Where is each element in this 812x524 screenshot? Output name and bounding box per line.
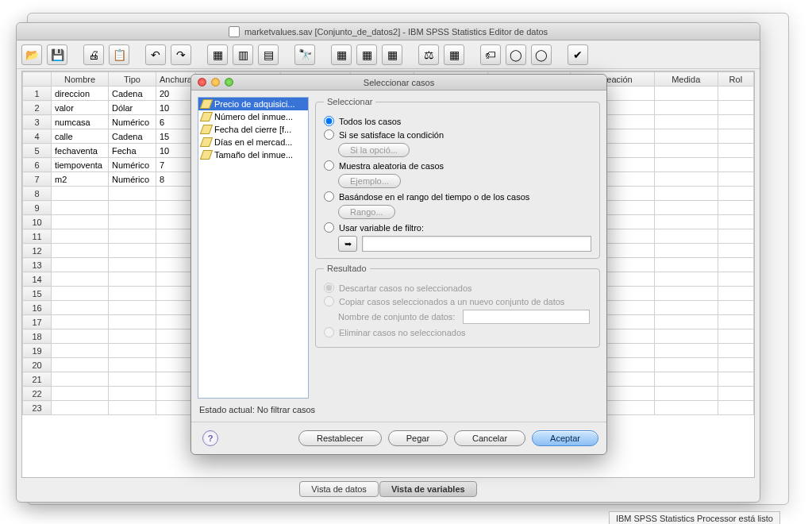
close-icon[interactable] bbox=[198, 78, 206, 87]
select-cases-button[interactable]: ▦ bbox=[444, 44, 464, 65]
row-header[interactable]: 6 bbox=[23, 158, 52, 172]
radio-if-condition[interactable] bbox=[324, 129, 334, 140]
cell-width[interactable]: 8 bbox=[156, 172, 196, 187]
radio-range[interactable] bbox=[324, 191, 334, 202]
cell-width[interactable]: 20 bbox=[156, 87, 196, 101]
cell-name[interactable]: numcasa bbox=[52, 115, 109, 129]
zoom-icon[interactable] bbox=[225, 78, 233, 87]
ok-button[interactable]: Aceptar bbox=[532, 430, 598, 446]
range-button[interactable]: Rango... bbox=[338, 205, 395, 219]
cell-name[interactable]: fechaventa bbox=[52, 144, 109, 158]
cell-type[interactable]: Numérico bbox=[109, 158, 156, 172]
redo-button[interactable]: ↷ bbox=[171, 44, 191, 65]
tab-data-view[interactable]: Vista de datos bbox=[299, 481, 379, 497]
cell-type[interactable]: Cadena bbox=[109, 129, 156, 144]
paste-button[interactable]: Pegar bbox=[388, 430, 448, 446]
col-rol[interactable]: Rol bbox=[718, 72, 753, 87]
ruler-icon bbox=[200, 99, 213, 109]
row-header[interactable]: 21 bbox=[23, 372, 52, 387]
variable-list-item[interactable]: Tamaño del inmue... bbox=[198, 148, 308, 161]
row-header[interactable]: 13 bbox=[23, 258, 52, 272]
variable-list-item[interactable]: Días en el mercad... bbox=[198, 136, 308, 148]
cell-width[interactable]: 6 bbox=[156, 115, 196, 129]
print-button[interactable]: 🖨 bbox=[83, 44, 104, 65]
use-sets-button[interactable]: ◯ bbox=[506, 44, 526, 65]
save-button[interactable]: 💾 bbox=[47, 44, 67, 65]
row-header[interactable]: 3 bbox=[23, 115, 52, 129]
cancel-button[interactable]: Cancelar bbox=[454, 430, 525, 446]
goto-case-button[interactable]: ▦ bbox=[207, 44, 228, 65]
dataset-name-input[interactable] bbox=[463, 310, 590, 324]
undo-button[interactable]: ↶ bbox=[145, 44, 166, 65]
row-header[interactable]: 11 bbox=[23, 229, 52, 244]
insert-case-button[interactable]: ▦ bbox=[331, 44, 352, 65]
variable-list[interactable]: Precio de adquisici...Número del inmue..… bbox=[198, 97, 309, 399]
radio-filter-variable[interactable] bbox=[324, 222, 334, 233]
row-header[interactable]: 9 bbox=[23, 201, 52, 215]
row-header[interactable]: 4 bbox=[23, 129, 52, 144]
value-labels-button[interactable]: 🏷 bbox=[480, 44, 501, 65]
move-variable-button[interactable]: ➥ bbox=[338, 236, 357, 252]
row-header[interactable]: 22 bbox=[23, 387, 52, 401]
recall-button[interactable]: 📋 bbox=[109, 44, 129, 65]
cell-width[interactable]: 10 bbox=[156, 101, 196, 115]
variable-list-item[interactable]: Fecha del cierre [f... bbox=[198, 123, 308, 136]
row-header[interactable]: 23 bbox=[23, 401, 52, 415]
minimize-icon[interactable] bbox=[211, 78, 220, 87]
cell-type[interactable]: Cadena bbox=[109, 87, 156, 101]
filter-variable-input[interactable] bbox=[362, 236, 591, 252]
cell-type[interactable]: Numérico bbox=[109, 115, 156, 129]
row-header[interactable]: 5 bbox=[23, 144, 52, 158]
show-all-button[interactable]: ◯ bbox=[531, 44, 552, 65]
window-title: marketvalues.sav [Conjunto_de_datos2] - … bbox=[244, 27, 548, 37]
row-header[interactable]: 14 bbox=[23, 272, 52, 287]
insert-var-button[interactable]: ▦ bbox=[356, 44, 377, 65]
cell-width[interactable]: 7 bbox=[156, 158, 196, 172]
goto-var-button[interactable]: ▥ bbox=[233, 44, 253, 65]
cell-type[interactable]: Numérico bbox=[109, 172, 156, 187]
tab-variable-view[interactable]: Vista de variables bbox=[379, 481, 477, 497]
cell-name[interactable]: direccion bbox=[52, 87, 109, 101]
row-header[interactable]: 2 bbox=[23, 101, 52, 115]
find-button[interactable]: 🔭 bbox=[294, 44, 315, 65]
weight-button[interactable]: ⚖ bbox=[418, 44, 439, 65]
col-anchura[interactable]: Anchura bbox=[156, 72, 196, 87]
radio-random-sample[interactable] bbox=[324, 160, 334, 171]
cell-type[interactable]: Fecha bbox=[109, 144, 156, 158]
variables-button[interactable]: ▤ bbox=[258, 44, 279, 65]
open-button[interactable]: 📂 bbox=[21, 44, 42, 65]
sample-button[interactable]: Ejemplo... bbox=[338, 174, 401, 188]
recall-icon: 📋 bbox=[113, 48, 126, 61]
insert-var-icon: ▦ bbox=[362, 48, 372, 61]
row-header[interactable]: 19 bbox=[23, 344, 52, 358]
if-button[interactable]: Si la opció... bbox=[338, 143, 410, 157]
row-header[interactable]: 16 bbox=[23, 301, 52, 315]
variable-list-item[interactable]: Precio de adquisici... bbox=[198, 98, 308, 110]
row-header[interactable]: 7 bbox=[23, 172, 52, 187]
spellcheck-button[interactable]: ✔ bbox=[568, 44, 588, 65]
cell-name[interactable]: valor bbox=[52, 101, 109, 115]
row-header[interactable]: 15 bbox=[23, 287, 52, 301]
cell-type[interactable]: Dólar bbox=[109, 101, 156, 115]
reset-button[interactable]: Restablecer bbox=[298, 430, 382, 446]
col-nombre[interactable]: Nombre bbox=[52, 72, 109, 87]
cell-width[interactable]: 10 bbox=[156, 144, 196, 158]
row-header[interactable]: 10 bbox=[23, 215, 52, 229]
split-button[interactable]: ▦ bbox=[382, 44, 402, 65]
cell-name[interactable]: calle bbox=[52, 129, 109, 144]
variable-list-item[interactable]: Número del inmue... bbox=[198, 110, 308, 123]
cell-name[interactable]: tiempoventa bbox=[52, 158, 109, 172]
cell-name[interactable]: m2 bbox=[52, 172, 109, 187]
cell-width[interactable]: 15 bbox=[156, 129, 196, 144]
row-header[interactable]: 20 bbox=[23, 358, 52, 372]
row-header[interactable]: 8 bbox=[23, 187, 52, 201]
row-header[interactable]: 12 bbox=[23, 244, 52, 258]
row-header[interactable]: 17 bbox=[23, 315, 52, 329]
col-medida[interactable]: Medida bbox=[654, 72, 718, 87]
dialog-titlebar[interactable]: Seleccionar casos bbox=[191, 75, 606, 91]
row-header[interactable]: 1 bbox=[23, 87, 52, 101]
col-tipo[interactable]: Tipo bbox=[109, 72, 156, 87]
row-header[interactable]: 18 bbox=[23, 329, 52, 344]
radio-all-cases[interactable] bbox=[324, 116, 334, 126]
help-button[interactable]: ? bbox=[202, 430, 218, 446]
